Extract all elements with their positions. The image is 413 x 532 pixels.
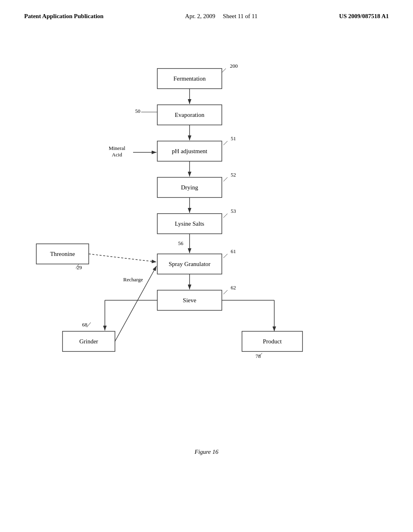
svg-line-35 [89, 254, 156, 262]
svg-rect-12 [157, 141, 222, 161]
svg-line-5 [222, 69, 226, 73]
svg-line-34 [76, 264, 79, 268]
svg-line-49 [87, 322, 91, 327]
svg-text:Threonine: Threonine [50, 251, 75, 257]
svg-text:29: 29 [77, 264, 82, 270]
svg-rect-25 [157, 214, 222, 234]
svg-text:52: 52 [231, 172, 236, 178]
figure-caption: Figure 16 [194, 449, 218, 455]
svg-rect-42 [157, 290, 222, 310]
svg-rect-7 [157, 105, 222, 125]
svg-text:Evaporation: Evaporation [175, 112, 204, 118]
svg-text:Fermentation: Fermentation [173, 75, 206, 82]
svg-rect-2 [157, 69, 222, 89]
svg-line-45 [223, 290, 227, 294]
header-center: Apr. 2, 2009 Sheet 11 of 11 [185, 13, 258, 20]
svg-rect-31 [36, 244, 89, 264]
svg-text:61: 61 [231, 248, 236, 254]
svg-text:56: 56 [178, 240, 184, 246]
svg-text:50: 50 [135, 108, 140, 114]
svg-text:Product: Product [263, 338, 282, 345]
svg-text:200: 200 [230, 63, 238, 69]
svg-text:68: 68 [82, 322, 88, 328]
svg-text:Drying: Drying [181, 184, 198, 191]
svg-text:Mineral: Mineral [108, 145, 125, 151]
svg-rect-55 [242, 331, 302, 351]
flow-diagram-svg: Fermentation 200 Evaporation 50 pH adjus… [0, 56, 413, 480]
svg-line-15 [223, 141, 227, 145]
page-header: Patent Application Publication Apr. 2, 2… [0, 0, 413, 20]
svg-text:pH adjustment: pH adjustment [172, 148, 208, 154]
svg-rect-36 [157, 254, 222, 274]
svg-text:53: 53 [231, 208, 236, 214]
patent-number: US 2009/087518 A1 [339, 13, 389, 20]
publication-date: Apr. 2, 2009 [185, 13, 215, 19]
svg-text:51: 51 [231, 135, 236, 141]
svg-text:Sieve: Sieve [183, 297, 196, 303]
svg-rect-50 [63, 331, 115, 351]
svg-line-39 [223, 254, 227, 258]
svg-line-58 [258, 353, 262, 357]
publication-title: Patent Application Publication [24, 13, 104, 20]
svg-text:Spray Granulator: Spray Granulator [169, 261, 211, 267]
diagram-area: Fermentation 200 Evaporation 50 pH adjus… [0, 56, 413, 480]
svg-text:78: 78 [256, 353, 261, 359]
svg-text:Recharge: Recharge [123, 276, 143, 283]
svg-line-28 [223, 214, 227, 218]
svg-text:Grinder: Grinder [79, 338, 98, 345]
svg-line-23 [223, 177, 227, 181]
svg-line-52 [115, 266, 156, 341]
svg-text:Lysine Salts: Lysine Salts [175, 220, 204, 227]
svg-text:Acid: Acid [112, 152, 122, 158]
svg-text:62: 62 [231, 285, 236, 291]
sheet-number: Sheet 11 of 11 [223, 13, 258, 19]
svg-rect-20 [157, 177, 222, 197]
